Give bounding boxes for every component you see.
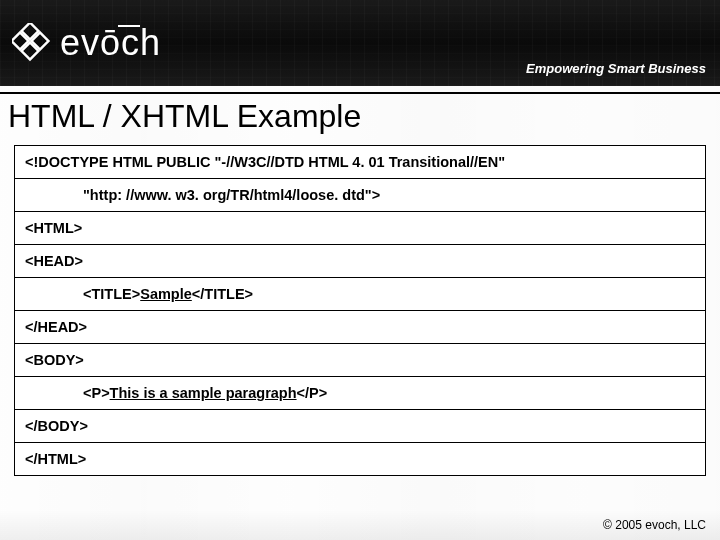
- code-line: <BODY>: [15, 344, 705, 377]
- code-line: <P>This is a sample paragraph</P>: [15, 377, 705, 410]
- tagline: Empowering Smart Business: [526, 61, 706, 76]
- logo-text: evōch: [60, 22, 161, 64]
- code-line: <!DOCTYPE HTML PUBLIC "-//W3C//DTD HTML …: [15, 146, 705, 179]
- copyright: © 2005 evoch, LLC: [603, 518, 706, 532]
- code-text-underlined: This is a sample paragraph: [110, 385, 297, 401]
- logo-diamonds-icon: [12, 23, 52, 63]
- code-text: </P>: [297, 385, 328, 401]
- code-line: <HTML>: [15, 212, 705, 245]
- slide-title: HTML / XHTML Example: [0, 94, 720, 145]
- code-line: </HTML>: [15, 443, 705, 475]
- code-line: "http: //www. w3. org/TR/html4/loose. dt…: [15, 179, 705, 212]
- code-line: </BODY>: [15, 410, 705, 443]
- code-text: </TITLE>: [192, 286, 253, 302]
- code-text: <P>: [83, 385, 110, 401]
- code-text-underlined: Sample: [140, 286, 192, 302]
- logo: evōch: [12, 22, 161, 64]
- code-text: <TITLE>: [83, 286, 140, 302]
- code-example-box: <!DOCTYPE HTML PUBLIC "-//W3C//DTD HTML …: [14, 145, 706, 476]
- slide-header: evōch Empowering Smart Business: [0, 0, 720, 86]
- code-line: </HEAD>: [15, 311, 705, 344]
- code-line: <TITLE>Sample</TITLE>: [15, 278, 705, 311]
- code-line: <HEAD>: [15, 245, 705, 278]
